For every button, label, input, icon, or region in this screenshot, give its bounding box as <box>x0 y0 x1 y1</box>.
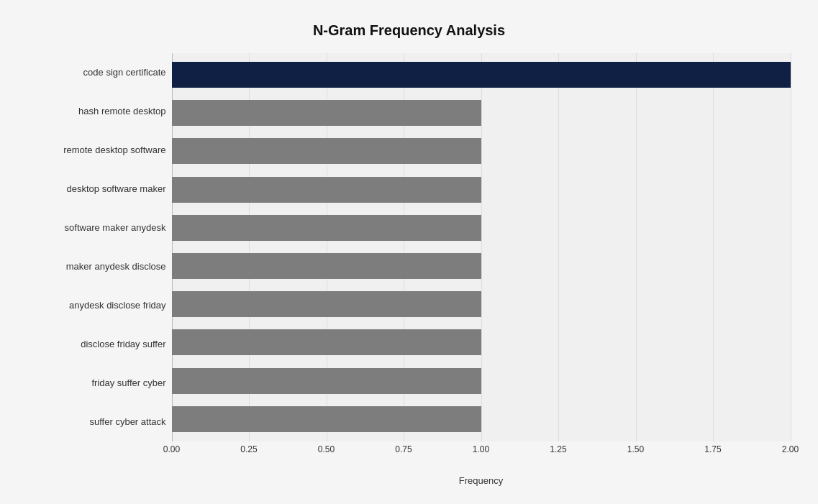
bar-row <box>172 365 791 397</box>
plot-area: 0.000.250.500.751.001.251.501.752.00 Fre… <box>172 53 791 470</box>
chart-title: N-Gram Frequency Analysis <box>28 22 791 39</box>
chart-container: N-Gram Frequency Analysis code sign cert… <box>14 8 805 497</box>
bar <box>172 406 481 432</box>
bar <box>172 215 481 241</box>
x-tick-label: 1.25 <box>550 444 566 454</box>
x-axis: 0.000.250.500.751.001.251.501.752.00 <box>172 441 791 470</box>
y-axis-label: suffer cyber attack <box>28 403 172 441</box>
bar <box>172 100 481 126</box>
grid-line <box>791 53 791 441</box>
bar <box>172 291 481 317</box>
y-axis-label: software maker anydesk <box>28 209 172 247</box>
x-tick-label: 0.00 <box>163 444 180 454</box>
bar <box>172 138 481 164</box>
y-axis-label: disclose friday suffer <box>28 326 172 363</box>
bar-row <box>172 59 791 91</box>
y-axis-label: maker anydesk disclose <box>28 248 172 285</box>
bar-row <box>172 288 791 320</box>
bar-row <box>172 212 791 244</box>
x-axis-label: Frequency <box>172 475 791 486</box>
x-tick-label: 0.75 <box>395 444 412 454</box>
bars-wrapper <box>172 53 791 441</box>
bar <box>172 177 481 203</box>
bar-row <box>172 250 791 282</box>
y-axis-label: remote desktop software <box>28 132 172 169</box>
x-tick-label: 2.00 <box>782 444 799 454</box>
x-tick-label: 1.00 <box>473 444 489 454</box>
bar <box>172 329 481 355</box>
x-tick-label: 0.50 <box>318 444 335 454</box>
y-axis-label: friday suffer cyber <box>28 365 172 402</box>
grid-and-bars <box>172 53 791 441</box>
bar <box>172 253 481 279</box>
bar <box>172 368 481 394</box>
bar-row <box>172 174 791 206</box>
bar-row <box>172 135 791 167</box>
y-axis-label: desktop software maker <box>28 170 172 208</box>
y-axis-label: anydesk disclose friday <box>28 287 172 324</box>
x-tick-label: 1.50 <box>627 444 644 454</box>
x-tick-label: 1.75 <box>704 444 721 454</box>
x-tick-label: 0.25 <box>240 444 257 454</box>
bar-row <box>172 326 791 358</box>
bar-row <box>172 97 791 129</box>
y-axis-labels: code sign certificatehash remote desktop… <box>28 53 172 470</box>
y-axis-label: code sign certificate <box>28 54 172 91</box>
y-axis-label: hash remote desktop <box>28 93 172 130</box>
chart-area: code sign certificatehash remote desktop… <box>28 53 791 470</box>
bar-row <box>172 403 791 435</box>
bar <box>172 62 791 88</box>
